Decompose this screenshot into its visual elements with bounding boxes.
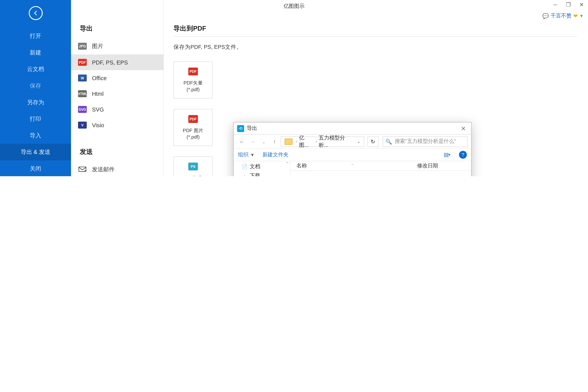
ps-icon: PS <box>188 163 198 170</box>
tree-downloads[interactable]: ↓下载 <box>242 171 290 176</box>
document-icon: 📄 <box>242 164 248 170</box>
pdf-icon: PDF <box>78 59 87 66</box>
titlebar: 亿图图示 ─ ❐ ✕ <box>0 0 588 12</box>
organize-button[interactable]: 组织 <box>238 151 248 158</box>
export-svg[interactable]: SVG SVG <box>71 102 163 117</box>
sidebar-close[interactable]: 关闭 <box>0 160 71 176</box>
shield-icon: ❤ <box>573 13 578 19</box>
search-input[interactable]: 🔍 搜索"五力模型分析是什么" <box>382 136 468 146</box>
close-window-button[interactable]: ✕ <box>575 0 588 10</box>
dialog-close-button[interactable]: ✕ <box>459 125 468 132</box>
export-html[interactable]: HTML Html <box>71 86 163 102</box>
tile-label: PDF矢量 (*.pdf) <box>184 80 203 92</box>
column-drag-icon[interactable]: ⌄ <box>351 161 354 166</box>
sidebar-export-send[interactable]: 导出 & 发送 <box>0 144 71 160</box>
file-list: ⌄名称 修改日期 没有与搜索条件匹配的项。 ◄ ► <box>290 161 471 176</box>
export-svg-label: SVG <box>92 106 104 113</box>
export-image[interactable]: JPG 图片 <box>71 38 163 54</box>
tile-label: PDF 图片 (*.pdf) <box>183 128 204 140</box>
export-type-column: 导出 JPG 图片 PDF PDF, PS, EPS W Office HTML… <box>71 0 164 176</box>
empty-message: 没有与搜索条件匹配的项。 <box>290 171 471 176</box>
sidebar-cloud[interactable]: 云文档 <box>0 61 71 78</box>
export-header: 导出 <box>71 21 163 38</box>
tile-ps[interactable]: PS PS 格式 (*. ps) <box>174 156 213 176</box>
export-visio[interactable]: V Visio <box>71 117 163 133</box>
sidebar-save[interactable]: 保存 <box>0 78 71 94</box>
nav-up-button[interactable]: ↑ <box>270 136 280 146</box>
tile-label: PS 格式 (*. ps) <box>184 175 202 176</box>
search-icon: 🔍 <box>386 138 392 144</box>
dialog-title: 导出 <box>247 125 257 132</box>
sidebar-open[interactable]: 打开 <box>0 28 71 44</box>
sidebar-new[interactable]: 新建 <box>0 44 71 61</box>
pdf-icon: PDF <box>188 68 198 76</box>
pdf-icon: PDF <box>188 115 198 123</box>
breadcrumb[interactable]: › 亿图... › 五力模型分析... ⌄ <box>281 136 364 146</box>
new-folder-button[interactable]: 新建文件夹 <box>262 151 288 158</box>
export-office-label: Office <box>92 75 106 81</box>
search-placeholder: 搜索"五力模型分析是什么" <box>395 138 456 145</box>
main-title: 导出到PDF <box>174 21 588 36</box>
tile-pdf-image[interactable]: PDF PDF 图片 (*.pdf) <box>174 109 213 146</box>
file-menu-sidebar: 打开 新建 云文档 保存 另存为 打印 导入 导出 & 发送 关闭 选项 − 退… <box>0 0 71 176</box>
dialog-nav: ← → ⌄ ↑ › 亿图... › 五力模型分析... ⌄ ↻ 🔍 搜索"五力模… <box>234 135 471 148</box>
sidebar-saveas[interactable]: 另存为 <box>0 94 71 111</box>
main-desc: 保存为PDF, PS, EPS文件。 <box>174 37 588 57</box>
view-mode-button[interactable]: ▤ ▾ <box>443 151 451 158</box>
download-icon: ↓ <box>242 173 248 176</box>
send-email[interactable]: 发送邮件 <box>71 161 163 176</box>
col-date[interactable]: 修改日期 <box>414 162 471 170</box>
nav-back-button[interactable]: ← <box>237 136 247 146</box>
folder-tree[interactable]: ⌃ 📄文档 ↓下载 ♪音乐 ■桌面 ⛁Windows (C:) ⛁Data (D… <box>234 161 290 176</box>
folder-icon <box>284 138 292 144</box>
chat-icon: 💬 <box>542 13 549 19</box>
file-columns: ⌄名称 修改日期 <box>290 161 471 171</box>
nav-forward-button[interactable]: → <box>248 136 258 146</box>
col-name[interactable]: ⌄名称 <box>290 162 414 170</box>
breadcrumb-2[interactable]: 五力模型分析... <box>319 134 354 149</box>
jpg-icon: JPG <box>78 43 87 50</box>
export-visio-label: Visio <box>92 122 104 128</box>
export-pdf-label: PDF, PS, EPS <box>92 59 128 66</box>
visio-icon: V <box>78 122 87 128</box>
save-dialog: ⟲ 导出 ✕ ← → ⌄ ↑ › 亿图... › 五力模型分析... ⌄ ↻ 🔍… <box>233 122 472 176</box>
breadcrumb-sep-icon: › <box>295 139 298 144</box>
breadcrumb-caret-icon[interactable]: ⌄ <box>355 139 362 144</box>
export-image-label: 图片 <box>92 42 103 50</box>
promo-bar[interactable]: 💬 千言不赘 ❤ ▼ <box>542 12 584 20</box>
help-button[interactable]: ? <box>459 151 467 158</box>
html-icon: HTML <box>78 90 87 97</box>
tree-documents[interactable]: 📄文档 <box>242 162 290 171</box>
sidebar-import[interactable]: 导入 <box>0 127 71 144</box>
nav-recent-button[interactable]: ⌄ <box>259 136 268 146</box>
send-email-label: 发送邮件 <box>92 166 115 174</box>
caret-down-icon[interactable]: ▼ <box>250 152 254 157</box>
export-office[interactable]: W Office <box>71 70 163 86</box>
sidebar-print[interactable]: 打印 <box>0 111 71 128</box>
minimize-button[interactable]: ─ <box>549 0 562 10</box>
promo-caret-icon: ▼ <box>580 14 584 18</box>
window-controls: ─ ❐ ✕ <box>549 0 588 10</box>
dialog-toolbar: 组织 ▼ 新建文件夹 ▤ ▾ ? <box>234 148 471 161</box>
tree-scroll-up[interactable]: ⌃ <box>286 161 289 166</box>
dialog-body: ⌃ 📄文档 ↓下载 ♪音乐 ■桌面 ⛁Windows (C:) ⛁Data (D… <box>234 161 471 176</box>
breadcrumb-sep-icon: › <box>314 139 318 144</box>
export-html-label: Html <box>92 90 104 97</box>
promo-text: 千言不赘 <box>550 12 572 20</box>
refresh-button[interactable]: ↻ <box>367 136 379 146</box>
export-pdf[interactable]: PDF PDF, PS, EPS <box>71 54 163 70</box>
app-root: 亿图图示 ─ ❐ ✕ 💬 千言不赘 ❤ ▼ 打开 新建 云文档 保存 另存为 打… <box>0 0 588 176</box>
dialog-titlebar[interactable]: ⟲ 导出 ✕ <box>234 122 471 135</box>
breadcrumb-1[interactable]: 亿图... <box>299 134 314 149</box>
tile-pdf-vector[interactable]: PDF PDF矢量 (*.pdf) <box>174 62 213 98</box>
maximize-button[interactable]: ❐ <box>562 0 575 10</box>
send-header: 发送 <box>71 144 163 161</box>
word-icon: W <box>78 74 87 82</box>
app-title: 亿图图示 <box>284 2 304 10</box>
svg-icon: SVG <box>78 106 87 113</box>
app-icon: ⟲ <box>237 125 244 132</box>
email-icon <box>78 166 87 173</box>
